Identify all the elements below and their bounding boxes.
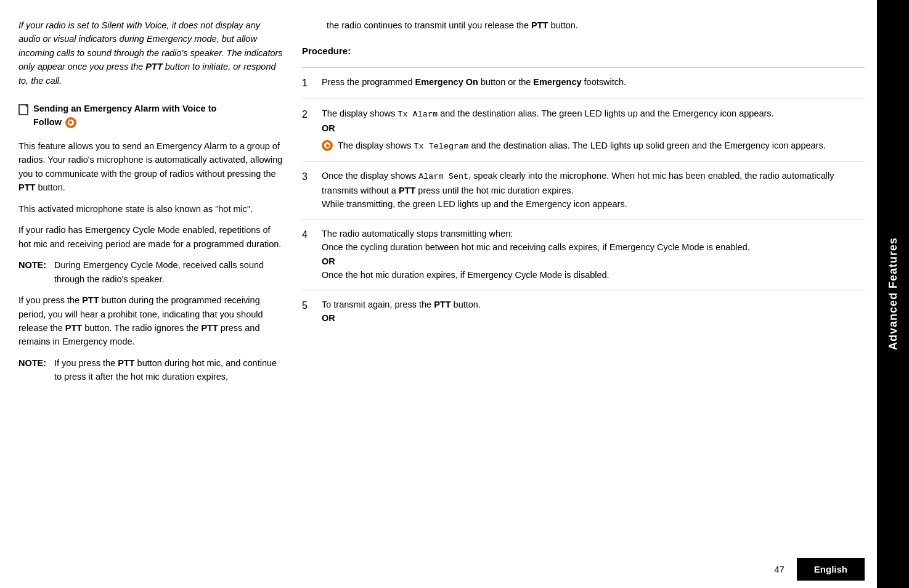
steps-list: 1 Press the programmed Emergency On butt… [302, 67, 865, 333]
para1: This feature allows you to send an Emerg… [18, 139, 283, 195]
step-2-content: The display shows Tx Alarm and the desti… [322, 107, 865, 153]
section-title-line2: Follow [33, 116, 62, 129]
note2-label: NOTE: [18, 356, 49, 384]
document-icon [18, 104, 28, 115]
note1: NOTE: During Emergency Cycle Mode, recei… [18, 258, 283, 286]
para2: This activated microphone state is also … [18, 202, 283, 216]
procedure-label: Procedure: [302, 44, 865, 59]
top-continuation: the radio continues to transmit until yo… [302, 18, 865, 32]
note1-content: During Emergency Cycle Mode, received ca… [54, 258, 283, 286]
step-5: 5 To transmit again, press the PTT butto… [302, 290, 865, 333]
para4: If you press the PTT button during the p… [18, 293, 283, 349]
note2-content: If you press the PTT button during hot m… [54, 356, 283, 384]
step-4: 4 The radio automatically stops transmit… [302, 219, 865, 290]
sidebar-text: Advanced Features [887, 237, 900, 350]
step-1-content: Press the programmed Emergency On button… [322, 75, 865, 91]
step-4-content: The radio automatically stops transmitti… [322, 227, 865, 282]
note2: NOTE: If you press the PTT button during… [18, 356, 283, 384]
step-3-content: Once the display shows Alarm Sent, speak… [322, 169, 865, 211]
page-number: 47 [774, 564, 785, 574]
step-2: 2 The display shows Tx Alarm and the des… [302, 99, 865, 161]
step-2-sub-note: The display shows Tx Telegram and the de… [322, 139, 865, 153]
step-1: 1 Press the programmed Emergency On butt… [302, 67, 865, 99]
right-column: the radio continues to transmit until yo… [302, 18, 877, 570]
left-column: If your radio is set to Silent with Voic… [18, 18, 302, 570]
english-badge: English [797, 558, 865, 581]
sidebar: Advanced Features [877, 0, 909, 588]
note1-label: NOTE: [18, 258, 49, 286]
step-4-number: 4 [302, 227, 313, 282]
section-heading: Sending an Emergency Alarm with Voice to… [18, 102, 283, 129]
section-title-line1: Sending an Emergency Alarm with Voice to [33, 104, 216, 113]
italic-note: If your radio is set to Silent with Voic… [18, 18, 283, 88]
para3: If your radio has Emergency Cycle Mode e… [18, 223, 283, 251]
step-5-number: 5 [302, 298, 313, 325]
step-3-number: 3 [302, 169, 313, 211]
bottom-bar: 47 English [0, 550, 877, 588]
radio-icon-step2 [322, 140, 333, 151]
step-5-content: To transmit again, press the PTT button.… [322, 298, 865, 325]
step-2-number: 2 [302, 107, 313, 153]
radio-icon [65, 117, 76, 128]
step-1-number: 1 [302, 76, 313, 91]
step-3: 3 Once the display shows Alarm Sent, spe… [302, 161, 865, 219]
